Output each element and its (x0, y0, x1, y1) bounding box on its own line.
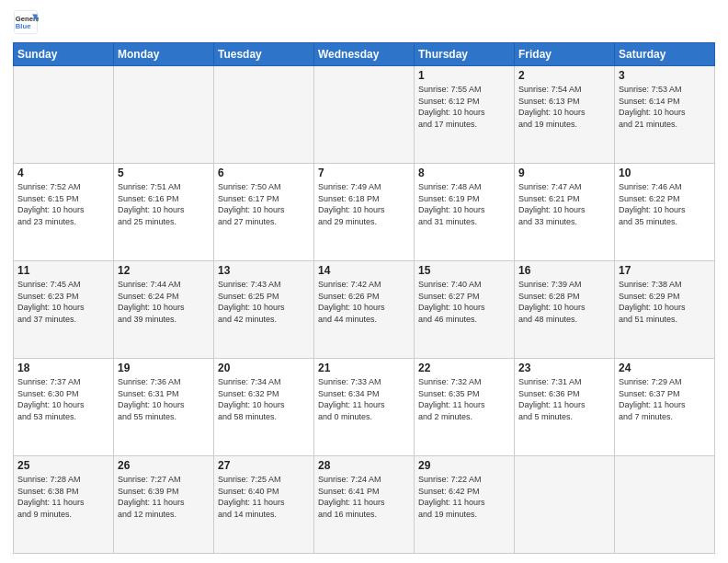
day-number: 7 (318, 167, 410, 179)
day-number: 20 (218, 362, 310, 374)
calendar-day-cell: 1Sunrise: 7:55 AM Sunset: 6:12 PM Daylig… (415, 66, 515, 164)
day-info-text: Sunrise: 7:45 AM Sunset: 6:23 PM Dayligh… (17, 279, 109, 325)
calendar-day-cell: 15Sunrise: 7:40 AM Sunset: 6:27 PM Dayli… (415, 261, 515, 359)
calendar-day-cell: 19Sunrise: 7:36 AM Sunset: 6:31 PM Dayli… (114, 359, 214, 456)
day-number: 21 (318, 362, 410, 374)
day-number: 3 (619, 69, 711, 82)
calendar-day-cell: 17Sunrise: 7:38 AM Sunset: 6:29 PM Dayli… (615, 261, 715, 359)
day-number: 19 (118, 362, 210, 374)
calendar-week-row: 18Sunrise: 7:37 AM Sunset: 6:30 PM Dayli… (14, 359, 715, 456)
calendar-day-cell: 4Sunrise: 7:52 AM Sunset: 6:15 PM Daylig… (14, 164, 114, 261)
calendar-day-cell: 5Sunrise: 7:51 AM Sunset: 6:16 PM Daylig… (114, 164, 214, 261)
weekday-header: Monday (114, 43, 214, 66)
calendar-day-cell: 18Sunrise: 7:37 AM Sunset: 6:30 PM Dayli… (14, 359, 114, 456)
day-info-text: Sunrise: 7:46 AM Sunset: 6:22 PM Dayligh… (619, 181, 711, 227)
weekday-header: Saturday (615, 43, 715, 66)
day-info-text: Sunrise: 7:37 AM Sunset: 6:30 PM Dayligh… (17, 376, 109, 422)
day-info-text: Sunrise: 7:33 AM Sunset: 6:34 PM Dayligh… (318, 376, 410, 422)
day-info-text: Sunrise: 7:52 AM Sunset: 6:15 PM Dayligh… (17, 181, 109, 227)
calendar-day-cell: 8Sunrise: 7:48 AM Sunset: 6:19 PM Daylig… (415, 164, 515, 261)
calendar-day-cell (515, 456, 615, 554)
day-info-text: Sunrise: 7:29 AM Sunset: 6:37 PM Dayligh… (619, 376, 711, 422)
calendar-day-cell (615, 456, 715, 554)
day-number: 18 (17, 362, 109, 374)
day-number: 13 (218, 264, 310, 277)
day-number: 4 (17, 167, 109, 179)
calendar-day-cell: 16Sunrise: 7:39 AM Sunset: 6:28 PM Dayli… (515, 261, 615, 359)
calendar-week-row: 1Sunrise: 7:55 AM Sunset: 6:12 PM Daylig… (14, 66, 715, 164)
day-number: 9 (518, 167, 610, 179)
weekday-header: Wednesday (314, 43, 415, 66)
day-info-text: Sunrise: 7:32 AM Sunset: 6:35 PM Dayligh… (418, 376, 510, 422)
weekday-header: Thursday (415, 43, 515, 66)
day-number: 24 (619, 362, 711, 374)
header: General Blue (13, 9, 715, 35)
day-info-text: Sunrise: 7:44 AM Sunset: 6:24 PM Dayligh… (118, 279, 210, 325)
calendar-day-cell: 10Sunrise: 7:46 AM Sunset: 6:22 PM Dayli… (615, 164, 715, 261)
day-info-text: Sunrise: 7:25 AM Sunset: 6:40 PM Dayligh… (218, 474, 310, 520)
day-number: 14 (318, 264, 410, 277)
calendar-header-row: SundayMondayTuesdayWednesdayThursdayFrid… (14, 43, 715, 66)
calendar-day-cell: 28Sunrise: 7:24 AM Sunset: 6:41 PM Dayli… (314, 456, 415, 554)
day-info-text: Sunrise: 7:24 AM Sunset: 6:41 PM Dayligh… (318, 474, 410, 520)
calendar-day-cell: 2Sunrise: 7:54 AM Sunset: 6:13 PM Daylig… (515, 66, 615, 164)
day-info-text: Sunrise: 7:50 AM Sunset: 6:17 PM Dayligh… (218, 181, 310, 227)
calendar-day-cell: 20Sunrise: 7:34 AM Sunset: 6:32 PM Dayli… (214, 359, 314, 456)
calendar-day-cell: 12Sunrise: 7:44 AM Sunset: 6:24 PM Dayli… (114, 261, 214, 359)
day-info-text: Sunrise: 7:27 AM Sunset: 6:39 PM Dayligh… (118, 474, 210, 520)
calendar-day-cell (214, 66, 314, 164)
calendar-day-cell: 14Sunrise: 7:42 AM Sunset: 6:26 PM Dayli… (314, 261, 415, 359)
svg-text:Blue: Blue (16, 22, 31, 30)
calendar-day-cell: 27Sunrise: 7:25 AM Sunset: 6:40 PM Dayli… (214, 456, 314, 554)
calendar-week-row: 11Sunrise: 7:45 AM Sunset: 6:23 PM Dayli… (14, 261, 715, 359)
day-number: 2 (518, 69, 610, 82)
day-number: 6 (218, 167, 310, 179)
day-number: 27 (218, 459, 310, 472)
calendar-table: SundayMondayTuesdayWednesdayThursdayFrid… (13, 42, 715, 554)
logo: General Blue (13, 9, 39, 35)
page: General Blue SundayMondayTuesdayWednesda… (0, 0, 728, 563)
calendar-day-cell: 26Sunrise: 7:27 AM Sunset: 6:39 PM Dayli… (114, 456, 214, 554)
day-number: 25 (17, 459, 109, 472)
day-info-text: Sunrise: 7:40 AM Sunset: 6:27 PM Dayligh… (418, 279, 510, 325)
day-info-text: Sunrise: 7:51 AM Sunset: 6:16 PM Dayligh… (118, 181, 210, 227)
day-number: 17 (619, 264, 711, 277)
day-number: 5 (118, 167, 210, 179)
day-number: 26 (118, 459, 210, 472)
calendar-day-cell: 22Sunrise: 7:32 AM Sunset: 6:35 PM Dayli… (415, 359, 515, 456)
day-number: 22 (418, 362, 510, 374)
logo-icon: General Blue (13, 9, 39, 35)
calendar-day-cell: 24Sunrise: 7:29 AM Sunset: 6:37 PM Dayli… (615, 359, 715, 456)
weekday-header: Tuesday (214, 43, 314, 66)
calendar-day-cell: 23Sunrise: 7:31 AM Sunset: 6:36 PM Dayli… (515, 359, 615, 456)
calendar-day-cell (314, 66, 415, 164)
day-number: 29 (418, 459, 510, 472)
calendar-week-row: 25Sunrise: 7:28 AM Sunset: 6:38 PM Dayli… (14, 456, 715, 554)
day-info-text: Sunrise: 7:47 AM Sunset: 6:21 PM Dayligh… (518, 181, 610, 227)
day-info-text: Sunrise: 7:49 AM Sunset: 6:18 PM Dayligh… (318, 181, 410, 227)
calendar-day-cell: 21Sunrise: 7:33 AM Sunset: 6:34 PM Dayli… (314, 359, 415, 456)
day-info-text: Sunrise: 7:48 AM Sunset: 6:19 PM Dayligh… (418, 181, 510, 227)
day-info-text: Sunrise: 7:22 AM Sunset: 6:42 PM Dayligh… (418, 474, 510, 520)
calendar-day-cell: 11Sunrise: 7:45 AM Sunset: 6:23 PM Dayli… (14, 261, 114, 359)
day-info-text: Sunrise: 7:36 AM Sunset: 6:31 PM Dayligh… (118, 376, 210, 422)
day-number: 1 (418, 69, 510, 82)
day-info-text: Sunrise: 7:38 AM Sunset: 6:29 PM Dayligh… (619, 279, 711, 325)
calendar-day-cell: 9Sunrise: 7:47 AM Sunset: 6:21 PM Daylig… (515, 164, 615, 261)
calendar-day-cell (14, 66, 114, 164)
day-info-text: Sunrise: 7:53 AM Sunset: 6:14 PM Dayligh… (619, 84, 711, 130)
day-number: 11 (17, 264, 109, 277)
weekday-header: Friday (515, 43, 615, 66)
day-info-text: Sunrise: 7:54 AM Sunset: 6:13 PM Dayligh… (518, 84, 610, 130)
calendar-day-cell: 25Sunrise: 7:28 AM Sunset: 6:38 PM Dayli… (14, 456, 114, 554)
weekday-header: Sunday (14, 43, 114, 66)
day-info-text: Sunrise: 7:43 AM Sunset: 6:25 PM Dayligh… (218, 279, 310, 325)
day-info-text: Sunrise: 7:42 AM Sunset: 6:26 PM Dayligh… (318, 279, 410, 325)
calendar-week-row: 4Sunrise: 7:52 AM Sunset: 6:15 PM Daylig… (14, 164, 715, 261)
calendar-day-cell: 13Sunrise: 7:43 AM Sunset: 6:25 PM Dayli… (214, 261, 314, 359)
calendar-day-cell: 29Sunrise: 7:22 AM Sunset: 6:42 PM Dayli… (415, 456, 515, 554)
day-number: 16 (518, 264, 610, 277)
day-number: 15 (418, 264, 510, 277)
day-info-text: Sunrise: 7:28 AM Sunset: 6:38 PM Dayligh… (17, 474, 109, 520)
day-info-text: Sunrise: 7:31 AM Sunset: 6:36 PM Dayligh… (518, 376, 610, 422)
